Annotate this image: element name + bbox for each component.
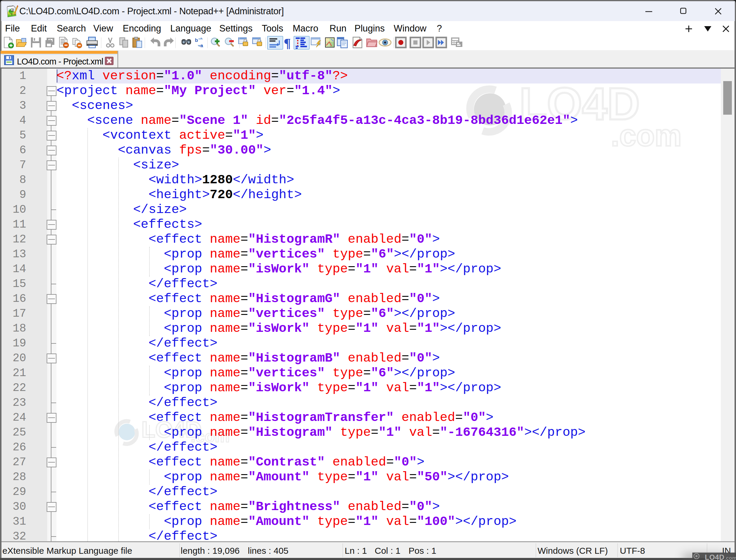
svg-text:b: b [195,37,198,43]
svg-text:¶: ¶ [284,37,291,50]
